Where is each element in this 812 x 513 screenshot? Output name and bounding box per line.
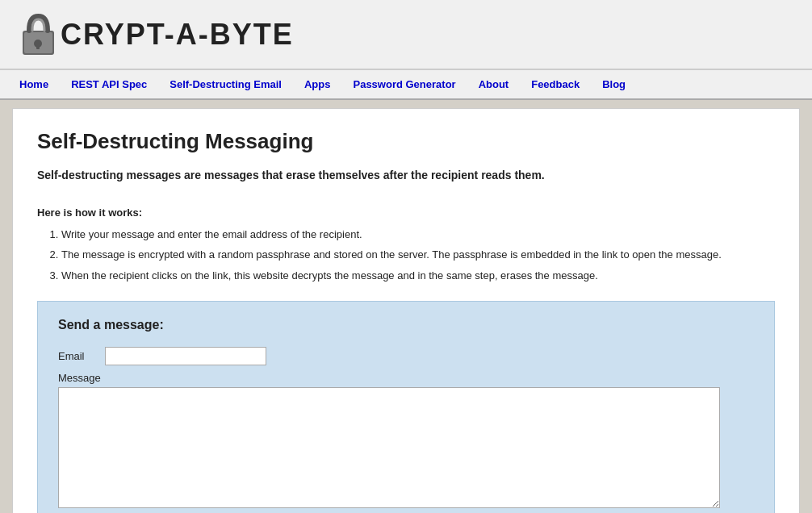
header: CRYPT-A-BYTE xyxy=(0,0,812,69)
intro-text: Self-destructing messages are messages t… xyxy=(37,169,775,181)
site-title: CRYPT-A-BYTE xyxy=(61,18,294,52)
lock-icon xyxy=(16,8,61,60)
main-content: Self-Destructing Messaging Self-destruct… xyxy=(12,108,800,513)
message-textarea[interactable] xyxy=(58,387,720,508)
svg-rect-3 xyxy=(36,44,40,49)
nav-item-self-destructing-email[interactable]: Self-Destructing Email xyxy=(158,70,293,98)
email-row: Email xyxy=(58,347,754,365)
step-item-1: Write your message and enter the email a… xyxy=(61,225,775,244)
nav-item-rest-api-spec[interactable]: REST API Spec xyxy=(60,70,158,98)
message-label: Message xyxy=(58,372,754,384)
how-it-works-label: Here is how it works: xyxy=(37,206,775,219)
steps-list: Write your message and enter the email a… xyxy=(61,225,775,285)
step-item-2: The message is encrypted with a random p… xyxy=(61,245,775,264)
navigation: HomeREST API SpecSelf-Destructing EmailA… xyxy=(0,69,812,100)
nav-item-feedback[interactable]: Feedback xyxy=(520,70,591,98)
form-title: Send a message: xyxy=(58,318,754,332)
form-box: Send a message: Email Message Send Messa… xyxy=(37,301,775,513)
nav-item-password-generator[interactable]: Password Generator xyxy=(341,70,467,98)
nav-item-apps[interactable]: Apps xyxy=(293,70,342,98)
email-input[interactable] xyxy=(105,347,266,365)
page-heading: Self-Destructing Messaging xyxy=(37,129,775,154)
step-item-3: When the recipient clicks on the link, t… xyxy=(61,266,775,285)
email-label: Email xyxy=(58,350,98,362)
nav-item-blog[interactable]: Blog xyxy=(591,70,637,98)
nav-item-home[interactable]: Home xyxy=(8,70,60,98)
nav-item-about[interactable]: About xyxy=(467,70,521,98)
